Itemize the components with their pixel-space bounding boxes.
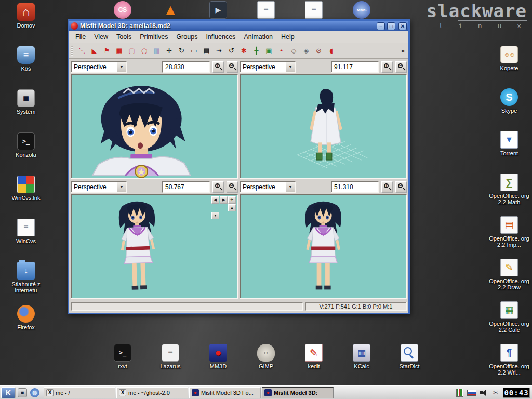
desktop-icon[interactable]: Kôš [4, 46, 48, 89]
desktop-icon[interactable]: kedit [290, 344, 338, 377]
menu-item[interactable]: Influences [202, 32, 240, 42]
toolbar-button[interactable]: ↻ [176, 45, 188, 57]
desktop-icon[interactable]: Firefox [4, 305, 48, 348]
toolbar-button[interactable]: ▥ [151, 45, 163, 57]
toolbar-button[interactable]: ◣ [88, 45, 100, 57]
viewport-canvas[interactable] [240, 194, 407, 299]
toolbar-button[interactable]: ▢ [126, 45, 138, 57]
toolbar-button[interactable]: ⋱ [76, 45, 88, 57]
taskbar-task[interactable]: Misfit Model 3D: [262, 387, 334, 398]
pan-left-icon[interactable]: ◀ [211, 196, 219, 204]
menu-item[interactable]: File [71, 32, 90, 42]
pan-right-icon[interactable]: ▶ [220, 196, 228, 204]
zoom-out-button[interactable] [395, 181, 407, 193]
toolbar-button[interactable]: ↺ [225, 45, 237, 57]
viewport-mode-select[interactable]: Perspective [240, 181, 296, 193]
viewport-zoom-input[interactable] [331, 181, 379, 193]
zoom-out-button[interactable] [395, 61, 407, 73]
minimize-button[interactable] [377, 22, 385, 30]
zoom-in-button[interactable] [212, 181, 224, 193]
desktop-icon[interactable]: OpenOffice. org 2.2 Math [487, 174, 531, 216]
viewport-zoom-input[interactable] [162, 181, 210, 193]
toolbar-button[interactable]: ◌ [138, 45, 150, 57]
maximize-button[interactable] [387, 22, 395, 30]
desktop-icon[interactable]: StarDict [385, 344, 433, 377]
menu-item[interactable]: Help [277, 32, 299, 42]
menu-item[interactable]: View [90, 32, 112, 42]
pan-up-icon[interactable]: ▲ [228, 204, 236, 211]
desktop-icon[interactable]: Stiahnuté z internetu [4, 262, 48, 305]
taskbar-task[interactable]: mc - / [44, 387, 115, 398]
desktop-icon-label: OpenOffice. org 2.2 Wri... [487, 363, 531, 376]
browser-launcher-button[interactable] [29, 387, 41, 398]
toolbar-button[interactable]: ⚑ [101, 45, 113, 57]
desktop-icon[interactable]: Konzola [4, 132, 48, 176]
viewport-zoom-input[interactable] [331, 61, 379, 73]
toolbar-overflow-button[interactable]: » [400, 47, 406, 55]
desktop-icon[interactable]: MM3D [194, 344, 242, 377]
viewport-canvas[interactable] [71, 74, 238, 179]
zoom-out-button[interactable] [227, 61, 238, 73]
desktop-icon[interactable]: Torrent [487, 131, 531, 174]
desktop-icon[interactable]: Kopete [487, 46, 531, 88]
klipper-icon[interactable]: ✂ [491, 389, 500, 397]
k-menu-button[interactable]: K [1, 387, 16, 398]
desktop-icon[interactable]: OpenOffice. org 2.2 Draw [487, 259, 531, 301]
volume-icon[interactable] [479, 389, 488, 397]
toolbar-button[interactable]: • [275, 45, 287, 57]
mixer-icon[interactable] [455, 389, 464, 397]
viewport-mode-select[interactable]: Perspective [71, 61, 127, 73]
desktop-icon[interactable]: WinCvs.lnk [4, 176, 48, 219]
desktop-icon[interactable]: WinCvs [4, 219, 48, 262]
desktop-icon[interactable]: Lazarus [147, 344, 194, 377]
keyboard-layout-flag-icon[interactable] [467, 389, 476, 397]
desktop-icon[interactable]: Domov [4, 3, 48, 46]
desktop-icon-label: OpenOffice. org 2.2 Draw [487, 278, 531, 290]
desktop-icon-glyph [353, 344, 370, 362]
viewport-canvas[interactable] [240, 74, 407, 179]
desktop-icon[interactable]: KCalc [338, 344, 385, 377]
desktop-icon[interactable]: Systém [4, 89, 48, 132]
chevron-down-icon [286, 62, 295, 72]
zoom-in-button[interactable] [381, 181, 393, 193]
desktop-icon[interactable]: OpenOffice. org 2.2 Wri... [487, 344, 531, 387]
toolbar-button[interactable]: ◖ [325, 45, 337, 57]
toolbar-button[interactable]: ▤ [201, 45, 212, 57]
menu-item[interactable]: Tools [112, 32, 136, 42]
desktop-icon[interactable]: OpenOffice. org 2.2 Calc [487, 301, 531, 344]
taskbar-task[interactable]: Misfit Model 3D Fo... [189, 387, 261, 398]
close-button[interactable] [398, 22, 407, 30]
show-desktop-button[interactable] [17, 387, 28, 398]
taskbar-clock[interactable]: 00:43 [503, 388, 530, 398]
toolbar-button[interactable]: ◇ [288, 45, 300, 57]
toolbar-button[interactable]: ▣ [263, 45, 275, 57]
pan-down-icon[interactable]: ▼ [211, 212, 219, 219]
toolbar-button[interactable]: ▭ [188, 45, 200, 57]
menu-item[interactable]: Groups [172, 32, 202, 42]
toolbar-button[interactable]: ✱ [238, 45, 250, 57]
window-titlebar[interactable]: Misfit Model 3D: amelia18.md2 [69, 21, 408, 31]
menu-item[interactable]: Primitives [136, 32, 172, 42]
viewport-mode-select[interactable]: Perspective [240, 61, 296, 73]
viewport-canvas[interactable]: ◀▶✛▲▼ [71, 194, 238, 299]
zoom-out-button[interactable] [227, 181, 238, 193]
desktop-icon[interactable]: GIMP [242, 344, 290, 377]
taskbar-task[interactable]: mc - ~/ghost-2.0 [116, 387, 188, 398]
menu-item[interactable]: Animation [240, 32, 277, 42]
viewport-zoom-input[interactable] [162, 61, 210, 73]
toolbar-button[interactable]: ▦ [113, 45, 125, 57]
toolbar-button[interactable]: ⊘ [313, 45, 325, 57]
desktop-icon[interactable]: Skype [487, 88, 531, 131]
desktop-icon[interactable]: rxvt [99, 344, 147, 377]
toolbar-button[interactable]: ◈ [300, 45, 312, 57]
toolbar-button[interactable]: ╋ [250, 45, 262, 57]
toolbar-handle[interactable] [71, 46, 73, 56]
toolbar-button[interactable]: ✛ [163, 45, 175, 57]
viewport-mode-select[interactable]: Perspective [71, 181, 127, 193]
toolbar-button[interactable]: ⇢ [213, 45, 225, 57]
desktop-icon[interactable]: OpenOffice. org 2.2 Imp... [487, 216, 531, 259]
zoom-in-button[interactable] [212, 61, 224, 73]
pan-move-icon[interactable]: ✛ [228, 196, 236, 204]
desktop-icon-glyph [114, 344, 131, 362]
zoom-in-button[interactable] [381, 61, 393, 73]
